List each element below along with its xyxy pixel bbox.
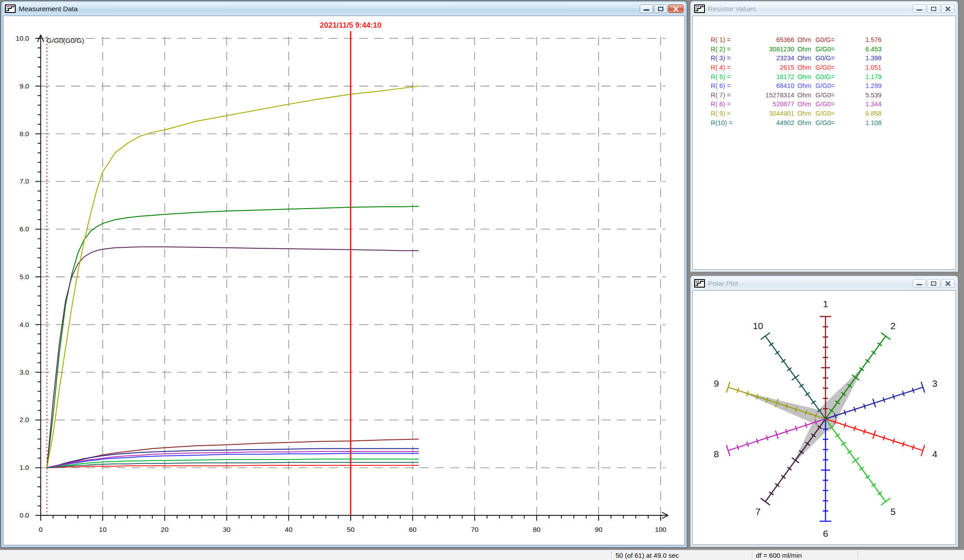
resistor-row: R( 4) = 2615 Ohm G/G0= 1.051: [693, 63, 956, 72]
resistor-unit: Ohm: [794, 36, 815, 43]
polar-ray-label: 6: [823, 528, 828, 539]
resistor-row: R( 2) = 3081230 Ohm G/G0= 6.453: [693, 45, 956, 54]
status-flow-rate: df = 600 ml/min: [756, 552, 802, 559]
svg-text:0: 0: [39, 526, 43, 533]
polar-ray-7: [761, 419, 826, 505]
statusbar-divider: [611, 551, 612, 559]
statusbar-divider: [752, 551, 752, 559]
polar-ray-5: [826, 419, 890, 505]
resistor-ohms-value: 3044901: [743, 110, 794, 117]
resistor-ratio-value: 1.179: [840, 73, 881, 80]
status-sample-progress: 50 (of 61) at 49.0 sec: [616, 552, 679, 559]
axes: [35, 35, 668, 521]
resistor-label: R( 1) =: [711, 36, 743, 43]
resistor-ratio-value: 1.344: [840, 100, 881, 108]
resistor-ohms-value: 65366: [743, 36, 794, 43]
resistor-ratio-label: G/G0=: [815, 82, 840, 89]
resistor-label: R( 2) =: [711, 46, 743, 53]
svg-text:30: 30: [223, 526, 231, 533]
svg-text:7.0: 7.0: [20, 177, 29, 185]
polar-ray-label: 7: [755, 506, 761, 517]
y-axis-label: G/G0(G0/G): [46, 37, 84, 44]
window-measurement-data: Measurement Data 01020304050607080901000…: [1, 1, 687, 547]
close-button[interactable]: [941, 279, 955, 288]
resistor-row: R( 3) = 23234 Ohm G0/G= 1.398: [693, 54, 956, 63]
resistor-ratio-value: 1.398: [840, 54, 881, 62]
svg-text:70: 70: [471, 526, 478, 533]
resistor-row: R( 1) = 65366 Ohm G0/G= 1.576: [693, 35, 956, 45]
statusbar-divider: [858, 551, 858, 559]
resistor-row: R(10) = 44902 Ohm G/G0= 1.108: [693, 118, 956, 127]
resistor-row: R( 9) = 3044901 Ohm G/G0= 8.858: [693, 109, 956, 118]
svg-text:60: 60: [409, 526, 416, 533]
resistor-ratio-value: 1.576: [840, 36, 881, 43]
minimize-icon: [917, 284, 922, 285]
resistor-ratio-label: G/G0=: [815, 46, 840, 53]
close-button[interactable]: [941, 4, 955, 13]
close-button[interactable]: [668, 4, 683, 13]
resistor-unit: Ohm: [794, 46, 815, 53]
maximize-button[interactable]: [927, 4, 940, 13]
polar-ray-4: [826, 419, 925, 456]
svg-text:10: 10: [99, 526, 106, 533]
resistor-ohms-value: 68410: [743, 82, 794, 89]
resistor-ohms-value: 520877: [743, 100, 794, 108]
resistor-label: R( 4) =: [711, 64, 743, 71]
maximize-icon: [931, 281, 936, 286]
polar-titlebar[interactable]: Polar Plot: [692, 277, 956, 290]
svg-text:100: 100: [655, 526, 666, 533]
svg-text:50: 50: [347, 526, 354, 533]
resistor-ratio-value: 1.108: [840, 119, 881, 126]
polar-chart: 12345678910: [693, 291, 956, 544]
window-title: Measurement Data: [19, 5, 78, 13]
resistor-unit: Ohm: [794, 100, 815, 108]
svg-text:10.0: 10.0: [16, 34, 29, 42]
resistor-unit: Ohm: [794, 64, 815, 71]
resistor-ratio-value: 5.539: [840, 92, 881, 99]
resistor-titlebar[interactable]: Resistor Values: [692, 2, 956, 15]
minimize-button[interactable]: [913, 4, 926, 13]
status-bar: 50 (of 61) at 49.0 sec df = 600 ml/min: [0, 550, 964, 560]
polar-ray-label: 3: [932, 378, 938, 389]
minimize-button[interactable]: [913, 279, 926, 288]
measurement-titlebar[interactable]: Measurement Data: [3, 2, 685, 15]
polar-plot-area: 12345678910: [692, 290, 956, 545]
svg-text:4.0: 4.0: [20, 321, 29, 328]
resistor-ratio-value: 1.299: [840, 82, 881, 89]
resistor-row: R( 7) = 15278314 Ohm G/G0= 5.539: [693, 91, 956, 100]
window-resistor-values: Resistor Values R( 1) = 65366 Ohm G0/G= …: [690, 1, 958, 272]
resistor-rows: R( 1) = 65366 Ohm G0/G= 1.576 R( 2) = 30…: [693, 16, 956, 269]
resistor-ratio-value: 8.858: [840, 110, 881, 117]
svg-text:90: 90: [595, 526, 602, 533]
resistor-row: R( 6) = 68410 Ohm G/G0= 1.299: [693, 81, 956, 91]
window-polar-plot: Polar Plot 12345678910: [690, 276, 958, 547]
svg-text:2.0: 2.0: [20, 416, 29, 423]
resistor-label: R( 6) =: [711, 82, 743, 89]
resistor-label: R( 7) =: [711, 92, 743, 99]
resistor-unit: Ohm: [794, 73, 815, 80]
maximize-icon: [931, 7, 936, 11]
svg-text:0.0: 0.0: [20, 511, 29, 519]
resistor-list-area: R( 1) = 65366 Ohm G0/G= 1.576 R( 2) = 30…: [692, 16, 956, 270]
maximize-button[interactable]: [927, 279, 940, 288]
resistor-unit: Ohm: [794, 119, 815, 126]
resistor-ratio-label: G/G0=: [815, 110, 840, 117]
maximize-button[interactable]: [654, 4, 667, 13]
resistor-unit: Ohm: [794, 82, 815, 89]
measurement-chart-area: 01020304050607080901000.01.02.03.04.05.0…: [3, 16, 685, 545]
resistor-ratio-label: G/G0=: [815, 119, 840, 126]
resistor-ratio-label: G0/G=: [815, 36, 840, 43]
resistor-ohms-value: 23234: [743, 54, 794, 62]
resistor-ohms-value: 2615: [743, 64, 794, 71]
resistor-ratio-label: G/G0=: [815, 100, 840, 108]
svg-text:8.0: 8.0: [20, 130, 29, 138]
resistor-label: R( 5) =: [711, 73, 743, 80]
window-title: Resistor Values: [708, 5, 756, 13]
svg-text:20: 20: [161, 526, 168, 533]
polar-ray-label: 9: [714, 378, 719, 389]
resistor-unit: Ohm: [794, 54, 815, 62]
polar-ray-label: 2: [890, 321, 896, 331]
polar-ray-label: 4: [932, 449, 938, 459]
minimize-button[interactable]: [640, 4, 653, 13]
resistor-label: R( 3) =: [711, 54, 743, 62]
